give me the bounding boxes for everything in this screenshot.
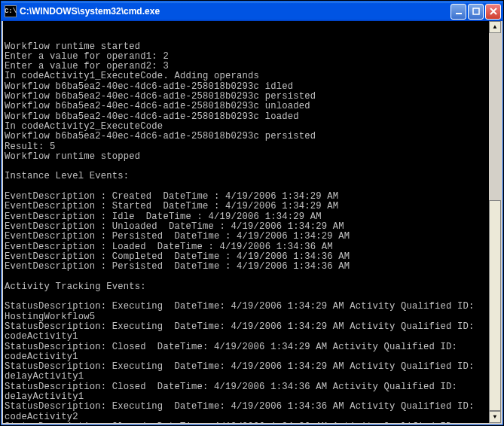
scroll-up-button[interactable]: ▲ [489, 21, 501, 33]
vertical-scrollbar[interactable]: ▲ ▼ [489, 21, 501, 423]
scrollbar-thumb[interactable] [489, 200, 501, 411]
maximize-button[interactable] [468, 4, 484, 20]
console-area[interactable]: Workflow runtime started Enter a value f… [2, 21, 502, 424]
svg-rect-1 [473, 8, 479, 14]
window-title: C:\WINDOWS\system32\cmd.exe [20, 6, 451, 17]
titlebar[interactable]: C:\ C:\WINDOWS\system32\cmd.exe [2, 2, 502, 21]
window-controls [451, 4, 501, 20]
console-output: Workflow runtime started Enter a value f… [5, 42, 499, 424]
minimize-button[interactable] [451, 4, 466, 20]
cmd-window: C:\ C:\WINDOWS\system32\cmd.exe Workflow… [1, 1, 503, 425]
scrollbar-track[interactable] [489, 33, 501, 411]
cmd-icon: C:\ [5, 5, 17, 17]
svg-rect-0 [456, 13, 462, 14]
scroll-down-button[interactable]: ▼ [489, 411, 501, 423]
close-button[interactable] [485, 4, 501, 20]
